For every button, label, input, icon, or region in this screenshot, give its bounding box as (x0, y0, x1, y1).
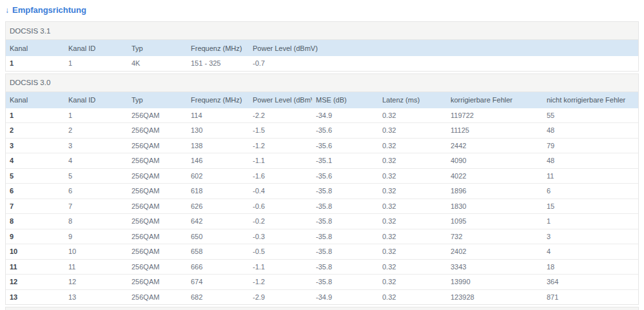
column-header: Kanal ID (64, 92, 128, 108)
cell: 151 - 325 (187, 56, 249, 71)
cell: 256QAM (128, 259, 187, 275)
cell: -2.2 (249, 108, 312, 123)
cell: 48 (543, 123, 638, 139)
cell: 0.32 (378, 168, 447, 184)
cell: -0.2 (249, 214, 312, 229)
column-header: korrigierbare Fehler (447, 92, 543, 108)
column-header: Typ (128, 92, 187, 108)
cell: 0.32 (378, 184, 447, 199)
column-header: MSE (dB) (312, 92, 378, 108)
table-row: 33256QAM138-1.2-35.60.32244279 (6, 138, 638, 153)
cell: -0.7 (249, 56, 638, 71)
cell: 1 (64, 108, 128, 123)
cell: -35.6 (312, 123, 378, 139)
cell-kanal: 12 (6, 275, 64, 290)
cell: 1830 (447, 199, 543, 214)
cell: 256QAM (128, 108, 187, 123)
cell-kanal: 9 (6, 229, 64, 244)
cell: 12 (64, 275, 128, 290)
cell: 732 (447, 229, 543, 244)
cell: 0.32 (378, 289, 447, 304)
table-row: 1111256QAM666-1.1-35.80.32334318 (6, 259, 638, 275)
docsis31-table-box: DOCSIS 3.1 KanalKanal IDTypFrequenz (MHz… (5, 21, 639, 72)
cell: 618 (187, 184, 249, 199)
cell: -35.8 (312, 229, 378, 244)
cell-kanal: 2 (6, 123, 64, 139)
cell-kanal: 11 (6, 259, 64, 275)
column-header: Frequenz (MHz) (187, 40, 249, 56)
cell: 3343 (447, 259, 543, 275)
cell-kanal: 6 (6, 184, 64, 199)
table-row: 44256QAM146-1.1-35.10.32409048 (6, 153, 638, 169)
docsis31-header-row: KanalKanal IDTypFrequenz (MHz)Power Leve… (6, 40, 638, 56)
collapse-arrow-icon: ↓ (5, 5, 9, 15)
cell: -2.9 (249, 289, 312, 304)
cell: -34.9 (312, 289, 378, 304)
cell-kanal: 1 (6, 56, 64, 71)
column-header: Kanal (6, 92, 64, 108)
cell-kanal: 1 (6, 108, 64, 123)
column-header: Frequenz (MHz) (187, 92, 249, 108)
cell: -1.2 (249, 275, 312, 290)
cell: 256QAM (128, 244, 187, 260)
cell: 114 (187, 108, 249, 123)
docsis30-header-row: KanalKanal IDTypFrequenz (MHz)Power Leve… (6, 92, 638, 108)
cell: 256QAM (128, 229, 187, 244)
cell: -35.8 (312, 275, 378, 290)
docsis30-table-box: DOCSIS 3.0 KanalKanal IDTypFrequenz (MHz… (5, 73, 639, 305)
column-header: nicht korrigierbare Fehler (543, 92, 638, 108)
cell: 11 (543, 168, 638, 184)
cell: 3 (64, 138, 128, 153)
table-row: 77256QAM626-0.6-35.80.32183015 (6, 199, 638, 214)
cell: 10 (64, 244, 128, 260)
cell: 48 (543, 153, 638, 169)
cell: 674 (187, 275, 249, 290)
cell: 11125 (447, 123, 543, 139)
cell: -35.6 (312, 168, 378, 184)
cell: -0.6 (249, 199, 312, 214)
cell: 0.32 (378, 259, 447, 275)
cell: 0.32 (378, 138, 447, 153)
cell: 642 (187, 214, 249, 229)
cell: -1.1 (249, 259, 312, 275)
cell-kanal: 8 (6, 214, 64, 229)
column-header: Kanal ID (64, 40, 128, 56)
cell: 0.32 (378, 214, 447, 229)
cell: 1 (543, 214, 638, 229)
table-row: 88256QAM642-0.2-35.80.3210951 (6, 214, 638, 229)
cell: -35.8 (312, 214, 378, 229)
cell: 130 (187, 123, 249, 139)
cell: 0.32 (378, 229, 447, 244)
cell: 650 (187, 229, 249, 244)
next-section-partial (5, 307, 639, 310)
cell: 18 (543, 259, 638, 275)
column-header: Typ (128, 40, 187, 56)
table-row: 99256QAM650-0.3-35.80.327323 (6, 229, 638, 244)
cell: 0.32 (378, 108, 447, 123)
section-toggle-empfangsrichtung[interactable]: ↓ Empfangsrichtung (5, 5, 639, 15)
cell: 256QAM (128, 123, 187, 139)
table-row: 55256QAM602-1.6-35.60.32402211 (6, 168, 638, 184)
cell: 602 (187, 168, 249, 184)
cell: 123928 (447, 289, 543, 304)
cell: -1.2 (249, 138, 312, 153)
cell: 4 (543, 244, 638, 260)
cell: 256QAM (128, 275, 187, 290)
cell: 2402 (447, 244, 543, 260)
cell: 0.32 (378, 275, 447, 290)
cell: 682 (187, 289, 249, 304)
cell: 256QAM (128, 184, 187, 199)
cell: 11 (64, 259, 128, 275)
cell: 4K (128, 56, 187, 71)
cell: 6 (543, 184, 638, 199)
cell: -35.8 (312, 184, 378, 199)
table-row: 1010256QAM658-0.5-35.80.3224024 (6, 244, 638, 260)
cell: -35.8 (312, 259, 378, 275)
cell: 3 (543, 229, 638, 244)
cell: 13 (64, 289, 128, 304)
cell: 256QAM (128, 168, 187, 184)
cell: 6 (64, 184, 128, 199)
cell: 55 (543, 108, 638, 123)
cell: 658 (187, 244, 249, 260)
cell: -1.6 (249, 168, 312, 184)
